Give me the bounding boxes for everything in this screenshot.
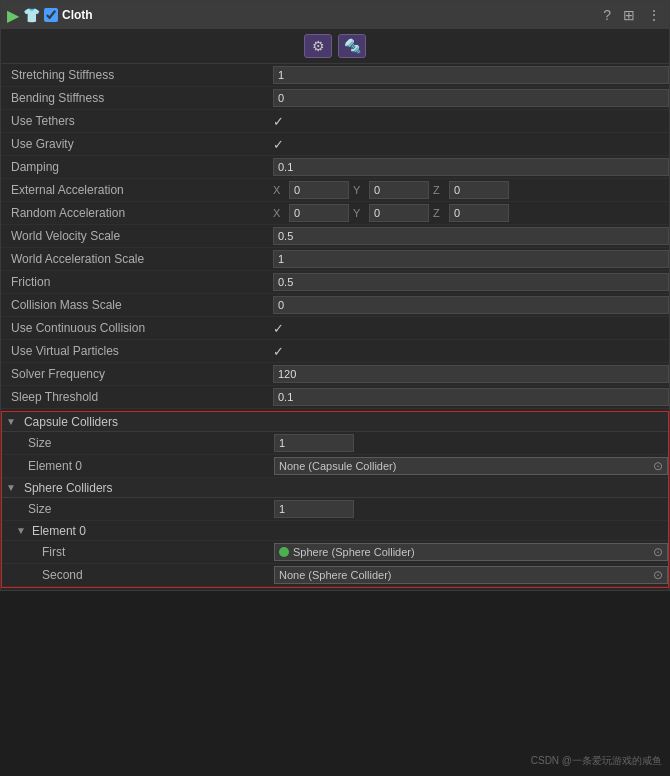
prop-row-random-acceleration: Random Acceleration X Y Z	[1, 202, 669, 225]
sphere-element0-chevron-icon: ▼	[16, 525, 26, 536]
sphere-first-value: Sphere (Sphere Collider) ⊙	[270, 543, 668, 561]
y-label-random: Y	[353, 207, 365, 219]
toolbar-btn-1[interactable]: ⚙	[304, 34, 332, 58]
prop-row-world-acceleration-scale: World Acceleration Scale	[1, 248, 669, 271]
input-random-y[interactable]	[369, 204, 429, 222]
more-button[interactable]: ⋮	[645, 7, 663, 23]
help-button[interactable]: ?	[601, 7, 613, 23]
toolbar-btn-2[interactable]: 🔩	[338, 34, 366, 58]
input-external-y[interactable]	[369, 181, 429, 199]
y-label-external: Y	[353, 184, 365, 196]
value-damping	[269, 158, 669, 176]
checkbox-use-tethers[interactable]: ✓	[273, 114, 284, 129]
input-world-acceleration-scale[interactable]	[273, 250, 669, 268]
sphere-first-dropdown[interactable]: Sphere (Sphere Collider) ⊙	[274, 543, 668, 561]
label-world-acceleration-scale: World Acceleration Scale	[1, 249, 269, 269]
toolbar-icon-1: ⚙	[312, 38, 325, 54]
input-random-x[interactable]	[289, 204, 349, 222]
value-world-acceleration-scale	[269, 250, 669, 268]
capsule-size-value	[270, 434, 668, 452]
label-sleep-threshold: Sleep Threshold	[1, 387, 269, 407]
z-label-external: Z	[433, 184, 445, 196]
input-damping[interactable]	[273, 158, 669, 176]
label-use-virtual-particles: Use Virtual Particles	[1, 341, 269, 361]
toolbar-icon-2: 🔩	[344, 38, 361, 54]
capsule-element0-text: None (Capsule Collider)	[279, 460, 653, 472]
sphere-element0-label: Element 0	[28, 524, 86, 538]
prop-row-stretching-stiffness: Stretching Stiffness	[1, 64, 669, 87]
sphere-size-value	[270, 500, 668, 518]
value-friction	[269, 273, 669, 291]
checkbox-use-continuous-collision[interactable]: ✓	[273, 321, 284, 336]
sphere-second-arrow-icon: ⊙	[653, 568, 663, 582]
capsule-size-label: Size	[2, 433, 270, 453]
z-label-random: Z	[433, 207, 445, 219]
value-use-virtual-particles: ✓	[269, 344, 669, 359]
panel-title: Cloth	[62, 8, 597, 22]
x-label-external: X	[273, 184, 285, 196]
input-external-z[interactable]	[449, 181, 509, 199]
sphere-chevron-icon: ▼	[6, 482, 16, 493]
prop-row-use-tethers: Use Tethers ✓	[1, 110, 669, 133]
sphere-second-value: None (Sphere Collider) ⊙	[270, 566, 668, 584]
input-collision-mass-scale[interactable]	[273, 296, 669, 314]
capsule-dropdown-arrow-icon: ⊙	[653, 459, 663, 473]
capsule-element0-dropdown[interactable]: None (Capsule Collider) ⊙	[274, 457, 668, 475]
toolbar-row: ⚙ 🔩	[1, 29, 669, 64]
component-enabled-checkbox[interactable]	[44, 8, 58, 22]
prop-row-solver-frequency: Solver Frequency	[1, 363, 669, 386]
sphere-second-dropdown[interactable]: None (Sphere Collider) ⊙	[274, 566, 668, 584]
checkbox-use-virtual-particles[interactable]: ✓	[273, 344, 284, 359]
input-random-z[interactable]	[449, 204, 509, 222]
sphere-second-label: Second	[2, 565, 270, 585]
sphere-second-text: None (Sphere Collider)	[279, 569, 653, 581]
prop-row-use-gravity: Use Gravity ✓	[1, 133, 669, 156]
checkbox-use-gravity[interactable]: ✓	[273, 137, 284, 152]
prop-row-use-continuous-collision: Use Continuous Collision ✓	[1, 317, 669, 340]
capsule-chevron-icon: ▼	[6, 416, 16, 427]
input-sphere-size[interactable]	[274, 500, 354, 518]
input-external-x[interactable]	[289, 181, 349, 199]
value-stretching-stiffness	[269, 66, 669, 84]
prop-row-friction: Friction	[1, 271, 669, 294]
value-random-acceleration: X Y Z	[269, 204, 669, 222]
shirt-icon: ▶	[7, 6, 19, 25]
settings-button[interactable]: ⊞	[621, 7, 637, 23]
input-stretching-stiffness[interactable]	[273, 66, 669, 84]
sphere-size-label: Size	[2, 499, 270, 519]
colliders-section: ▼ Capsule Colliders Size Element 0 None …	[1, 411, 669, 588]
value-bending-stiffness	[269, 89, 669, 107]
component-panel: ▶ 👕 Cloth ? ⊞ ⋮ ⚙ 🔩 Stretching Stiffness…	[0, 0, 670, 591]
value-use-gravity: ✓	[269, 137, 669, 152]
label-stretching-stiffness: Stretching Stiffness	[1, 65, 269, 85]
label-bending-stiffness: Bending Stiffness	[1, 88, 269, 108]
label-use-tethers: Use Tethers	[1, 111, 269, 131]
value-solver-frequency	[269, 365, 669, 383]
capsule-element0-value: None (Capsule Collider) ⊙	[270, 457, 668, 475]
input-capsule-size[interactable]	[274, 434, 354, 452]
prop-row-collision-mass-scale: Collision Mass Scale	[1, 294, 669, 317]
label-world-velocity-scale: World Velocity Scale	[1, 226, 269, 246]
input-friction[interactable]	[273, 273, 669, 291]
panel-header: ▶ 👕 Cloth ? ⊞ ⋮	[1, 1, 669, 29]
input-sleep-threshold[interactable]	[273, 388, 669, 406]
input-solver-frequency[interactable]	[273, 365, 669, 383]
sphere-colliders-section-header[interactable]: ▼ Sphere Colliders	[2, 478, 668, 498]
label-collision-mass-scale: Collision Mass Scale	[1, 295, 269, 315]
header-actions: ? ⊞ ⋮	[601, 7, 663, 23]
properties-container: Stretching Stiffness Bending Stiffness U…	[1, 64, 669, 409]
sphere-element0-header[interactable]: ▼ Element 0	[2, 521, 668, 541]
x-label-random: X	[273, 207, 285, 219]
label-solver-frequency: Solver Frequency	[1, 364, 269, 384]
capsule-colliders-section-header[interactable]: ▼ Capsule Colliders	[2, 412, 668, 432]
input-bending-stiffness[interactable]	[273, 89, 669, 107]
sphere-first-row: First Sphere (Sphere Collider) ⊙	[2, 541, 668, 564]
shirt-cloth-icon: 👕	[23, 7, 40, 23]
sphere-first-dot-icon	[279, 547, 289, 557]
prop-row-use-virtual-particles: Use Virtual Particles ✓	[1, 340, 669, 363]
input-world-velocity-scale[interactable]	[273, 227, 669, 245]
sphere-colliders-label: Sphere Colliders	[18, 481, 113, 495]
sphere-first-arrow-icon: ⊙	[653, 545, 663, 559]
label-damping: Damping	[1, 157, 269, 177]
capsule-colliders-label: Capsule Colliders	[18, 415, 118, 429]
